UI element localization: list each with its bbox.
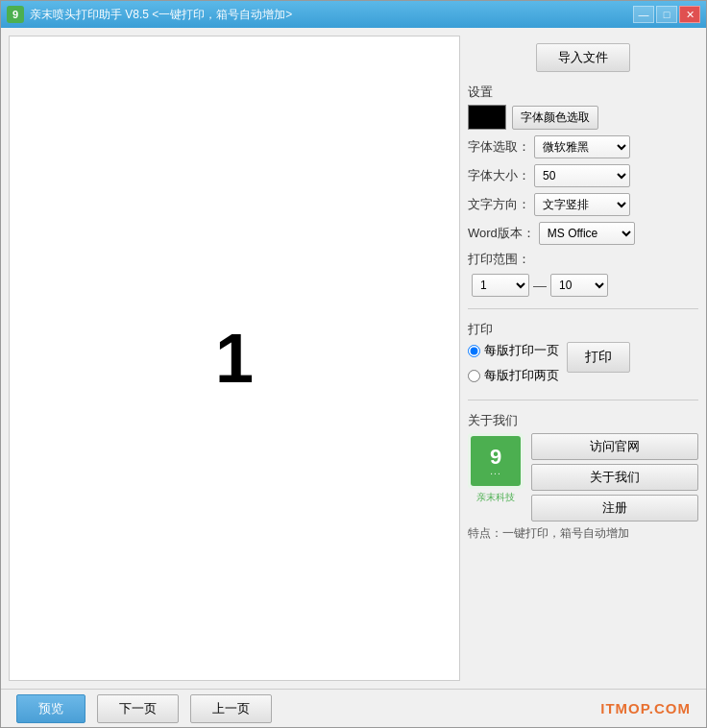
divider-2 (468, 400, 698, 400)
print-section: 打印 每版打印一页 每版打印两页 打印 (468, 321, 698, 388)
settings-label: 设置 (468, 84, 698, 101)
settings-section: 设置 字体颜色选取 字体选取： 微软雅黑 宋体 黑体 楷体 (468, 84, 698, 297)
preview-panel: 1 (9, 36, 460, 681)
company-name: 亲末科技 (476, 491, 515, 504)
word-version-row: Word版本： MS Office WPS Office (468, 222, 698, 245)
about-buttons: 访问官网 关于我们 注册 (531, 433, 698, 522)
print-range-label-row: 打印范围： (468, 251, 698, 268)
print-section-label: 打印 (468, 321, 698, 338)
main-window: 9 亲末喷头打印助手 V8.5 <一键打印，箱号自动增加> — □ ✕ 1 导入… (0, 0, 707, 728)
logo-area: 9 ... 亲末科技 (468, 433, 524, 504)
right-panel: 导入文件 设置 字体颜色选取 字体选取： 微软雅黑 宋体 黑体 楷 (468, 36, 698, 681)
font-family-select[interactable]: 微软雅黑 宋体 黑体 楷体 (534, 135, 630, 158)
print-button[interactable]: 打印 (567, 342, 630, 373)
feature-text: 特点：一键打印，箱号自动增加 (468, 525, 698, 542)
app-icon: 9 (7, 6, 24, 23)
one-page-row: 每版打印一页 (468, 342, 559, 359)
about-section: 关于我们 9 ... 亲末科技 访问官网 关于我们 (468, 412, 698, 542)
next-page-button[interactable]: 下一页 (97, 694, 179, 723)
window-controls: — □ ✕ (633, 6, 700, 23)
print-range-label: 打印范围： (468, 251, 530, 268)
company-logo: 9 ... (468, 433, 524, 489)
range-to-select[interactable]: 10 20 50 100 (550, 274, 608, 297)
print-options-row: 每版打印一页 每版打印两页 打印 (468, 342, 698, 388)
logo-inner: 9 ... (471, 436, 521, 486)
visit-website-button[interactable]: 访问官网 (531, 433, 698, 460)
bottom-bar: 预览 下一页 上一页 ITMOP.COM (1, 689, 706, 727)
range-from-select[interactable]: 1 2 3 4 5 (472, 274, 529, 297)
maximize-button[interactable]: □ (656, 6, 677, 23)
register-button[interactable]: 注册 (531, 495, 698, 522)
main-content: 1 导入文件 设置 字体颜色选取 字体选取： 微软雅黑 (1, 28, 706, 689)
logo-dots: ... (490, 466, 500, 476)
font-size-row: 字体大小： 50 40 60 72 80 (468, 164, 698, 187)
title-bar: 9 亲末喷头打印助手 V8.5 <一键打印，箱号自动增加> — □ ✕ (1, 1, 706, 28)
font-family-label: 字体选取： (468, 138, 530, 156)
word-version-select[interactable]: MS Office WPS Office (539, 222, 635, 245)
color-row: 字体颜色选取 (468, 105, 698, 130)
font-size-label: 字体大小： (468, 167, 530, 184)
about-us-button[interactable]: 关于我们 (531, 464, 698, 491)
print-radio-group: 每版打印一页 每版打印两页 (468, 342, 559, 388)
font-size-select[interactable]: 50 40 60 72 80 (534, 164, 630, 187)
logo-nine: 9 (490, 447, 501, 468)
import-file-button[interactable]: 导入文件 (536, 43, 630, 72)
word-version-label: Word版本： (468, 225, 535, 242)
font-family-row: 字体选取： 微软雅黑 宋体 黑体 楷体 (468, 135, 698, 158)
preview-number: 1 (215, 319, 254, 398)
print-range-row: 1 2 3 4 5 — 10 20 50 100 (472, 274, 698, 297)
two-pages-label: 每版打印两页 (484, 367, 559, 384)
text-direction-select[interactable]: 文字竖排 文字横排 (534, 193, 630, 216)
window-title: 亲末喷头打印助手 V8.5 <一键打印，箱号自动增加> (30, 7, 633, 23)
about-section-label: 关于我们 (468, 412, 698, 429)
one-page-radio[interactable] (468, 345, 480, 357)
minimize-button[interactable]: — (633, 6, 654, 23)
prev-page-button[interactable]: 上一页 (190, 694, 272, 723)
watermark: ITMOP.COM (600, 700, 691, 716)
import-btn-row: 导入文件 (468, 43, 698, 72)
font-color-button[interactable]: 字体颜色选取 (512, 106, 598, 130)
two-pages-radio[interactable] (468, 370, 480, 382)
about-content: 9 ... 亲末科技 访问官网 关于我们 注册 (468, 433, 698, 522)
color-swatch[interactable] (468, 105, 506, 130)
one-page-label: 每版打印一页 (484, 342, 559, 359)
divider-1 (468, 308, 698, 309)
two-pages-row: 每版打印两页 (468, 367, 559, 384)
bottom-buttons: 预览 下一页 上一页 (16, 694, 272, 723)
range-dash: — (533, 278, 547, 293)
preview-button[interactable]: 预览 (16, 694, 85, 723)
text-direction-row: 文字方向： 文字竖排 文字横排 (468, 193, 698, 216)
close-button[interactable]: ✕ (679, 6, 700, 23)
text-direction-label: 文字方向： (468, 196, 530, 213)
